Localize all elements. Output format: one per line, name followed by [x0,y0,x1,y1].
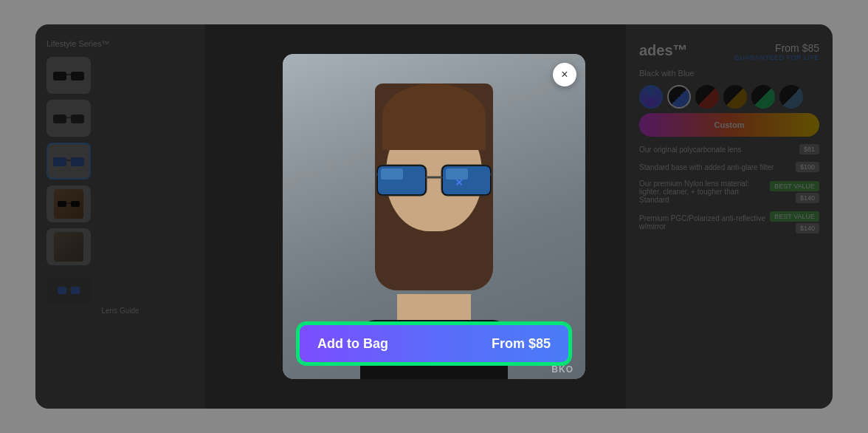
close-button[interactable]: × [553,63,576,86]
svg-text:✕: ✕ [455,177,464,188]
brand-logo: BKO [551,364,574,375]
svg-line-32 [375,174,376,176]
modal: ✕ BKO × Add to Bag From $85 [283,54,585,379]
svg-rect-29 [381,168,403,180]
add-to-bag-container: Add to Bag From $85 [297,323,571,364]
add-to-bag-label: Add to Bag [317,336,388,352]
page-container: Lifestyle Series™ [35,24,833,409]
modal-overlay: ✕ BKO × Add to Bag From $85 [35,24,833,409]
add-to-bag-button[interactable]: Add to Bag From $85 [297,323,571,364]
close-icon: × [561,68,568,81]
svg-line-33 [492,174,493,176]
add-to-bag-price: From $85 [492,336,551,352]
